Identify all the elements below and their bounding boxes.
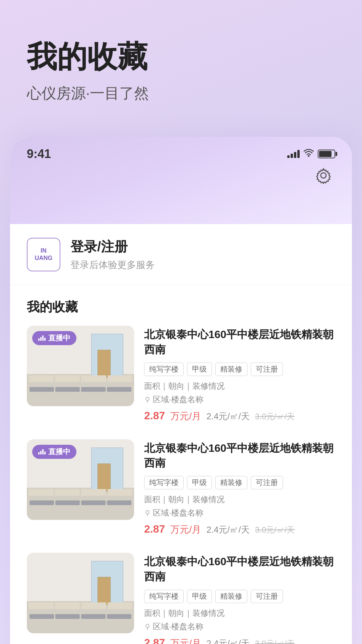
live-badge: 直播中	[32, 445, 76, 459]
profile-desc: 登录后体验更多服务	[70, 259, 335, 271]
location-pin-icon	[144, 396, 151, 403]
listing-image	[27, 553, 134, 633]
listing-tag: 精装修	[215, 476, 247, 489]
svg-point-4	[146, 624, 149, 628]
favorites-section: 我的收藏	[10, 285, 352, 644]
listing-location: 区域·楼盘名称	[144, 394, 335, 405]
listing-image: 直播中	[27, 439, 134, 520]
avatar-logo: IN UANG	[35, 247, 53, 262]
phone-top-area: 9:41	[10, 137, 352, 224]
wifi-icon	[304, 149, 314, 160]
listing-meta: 面积｜朝向｜装修情况	[144, 608, 335, 619]
location-pin-icon	[144, 509, 151, 516]
signal-icon	[287, 150, 300, 158]
page-subtitle: 心仪房源·一目了然	[27, 84, 335, 103]
price-original: 3.0元/㎡/天	[255, 525, 295, 535]
listing-tag: 精装修	[215, 363, 247, 376]
listing-tag: 可注册	[251, 476, 283, 489]
listing-info: 北京银泰中心160平中楼层近地铁精装朝西南 纯写字楼甲级精装修可注册 面积｜朝向…	[144, 439, 335, 536]
listing-title: 北京银泰中心160平中楼层近地铁精装朝西南	[144, 554, 335, 584]
price-per-sqm: 2.4元/㎡/天	[206, 638, 250, 644]
listing-price: 2.87 万元/月 2.4元/㎡/天 3.0元/㎡/天	[144, 410, 335, 423]
listing-meta: 面积｜朝向｜装修情况	[144, 494, 335, 505]
listing-price: 2.87 万元/月 2.4元/㎡/天 3.0元/㎡/天	[144, 523, 335, 536]
listing-title: 北京银泰中心160平中楼层近地铁精装朝西南	[144, 441, 335, 471]
listing-card[interactable]: 北京银泰中心160平中楼层近地铁精装朝西南 纯写字楼甲级精装修可注册 面积｜朝向…	[27, 553, 335, 644]
bar-chart-icon	[38, 335, 46, 341]
section-title: 我的收藏	[27, 299, 335, 316]
listing-tag: 纯写字楼	[144, 363, 184, 376]
office-room-illustration	[27, 553, 134, 633]
status-time: 9:41	[27, 147, 51, 161]
page-header: 我的收藏 心仪房源·一目了然	[0, 0, 362, 123]
svg-point-2	[146, 397, 149, 400]
listing-card[interactable]: 直播中 北京银泰中心160平中楼层近地铁精装朝西南 纯写字楼甲级精装修可注册 面…	[27, 326, 335, 423]
price-unit: 万元/月	[170, 637, 201, 644]
profile-info: 登录/注册 登录后体验更多服务	[70, 237, 335, 271]
listing-meta: 面积｜朝向｜装修情况	[144, 381, 335, 391]
svg-point-1	[321, 173, 326, 178]
settings-button[interactable]	[312, 164, 335, 187]
live-badge: 直播中	[32, 331, 76, 345]
listing-card[interactable]: 直播中 北京银泰中心160平中楼层近地铁精装朝西南 纯写字楼甲级精装修可注册 面…	[27, 439, 335, 536]
profile-section[interactable]: IN UANG 登录/注册 登录后体验更多服务	[10, 224, 352, 285]
bar-chart-icon	[38, 449, 46, 454]
status-icons	[287, 149, 335, 160]
listing-location: 区域·楼盘名称	[144, 621, 335, 632]
listing-tag: 可注册	[251, 363, 283, 376]
price-unit: 万元/月	[170, 410, 201, 423]
svg-point-0	[308, 155, 310, 157]
price-unit: 万元/月	[170, 523, 201, 536]
listing-tag: 可注册	[251, 590, 283, 603]
listing-tags: 纯写字楼甲级精装修可注册	[144, 476, 335, 489]
listing-tag: 甲级	[187, 590, 212, 603]
svg-point-3	[146, 511, 149, 514]
battery-icon	[318, 150, 335, 158]
listing-tag: 纯写字楼	[144, 590, 184, 603]
gear-icon	[315, 167, 332, 184]
price-original: 3.0元/㎡/天	[255, 638, 295, 644]
listing-tags: 纯写字楼甲级精装修可注册	[144, 590, 335, 603]
price-main: 2.87	[144, 637, 165, 644]
avatar: IN UANG	[27, 238, 60, 271]
listing-image: 直播中	[27, 326, 134, 406]
listing-info: 北京银泰中心160平中楼层近地铁精装朝西南 纯写字楼甲级精装修可注册 面积｜朝向…	[144, 326, 335, 423]
listing-tag: 纯写字楼	[144, 476, 184, 489]
listing-location: 区域·楼盘名称	[144, 507, 335, 518]
price-per-sqm: 2.4元/㎡/天	[206, 524, 250, 536]
page-title: 我的收藏	[27, 40, 335, 73]
profile-name: 登录/注册	[70, 237, 335, 256]
phone-frame: 9:41	[10, 137, 352, 644]
price-per-sqm: 2.4元/㎡/天	[206, 411, 250, 422]
price-main: 2.87	[144, 523, 165, 535]
listing-info: 北京银泰中心160平中楼层近地铁精装朝西南 纯写字楼甲级精装修可注册 面积｜朝向…	[144, 553, 335, 644]
listings-container: 直播中 北京银泰中心160平中楼层近地铁精装朝西南 纯写字楼甲级精装修可注册 面…	[27, 326, 335, 644]
listing-tag: 甲级	[187, 476, 212, 489]
listing-price: 2.87 万元/月 2.4元/㎡/天 3.0元/㎡/天	[144, 637, 335, 644]
location-pin-icon	[144, 623, 151, 630]
price-original: 3.0元/㎡/天	[255, 411, 295, 422]
listing-tag: 精装修	[215, 590, 247, 603]
listing-title: 北京银泰中心160平中楼层近地铁精装朝西南	[144, 327, 335, 357]
listing-tag: 甲级	[187, 363, 212, 376]
price-main: 2.87	[144, 410, 165, 422]
listing-tags: 纯写字楼甲级精装修可注册	[144, 363, 335, 376]
status-bar: 9:41	[10, 137, 352, 161]
